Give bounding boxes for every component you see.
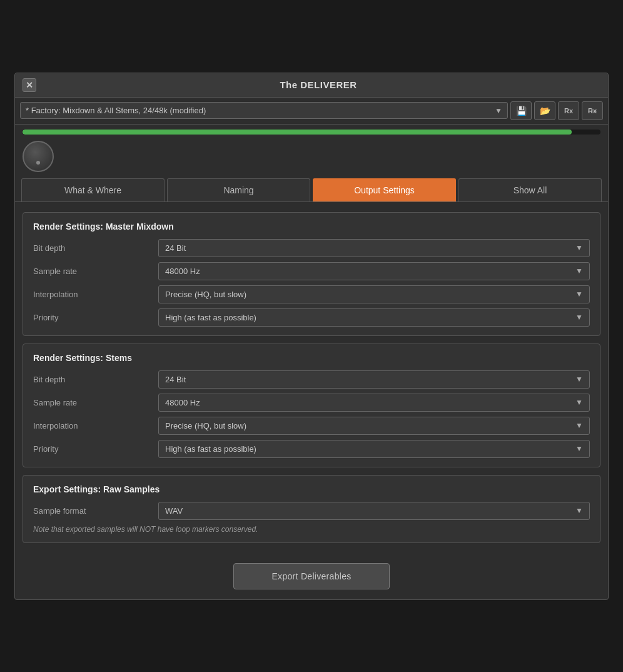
titlebar: ✕ The DELIVERER bbox=[15, 73, 608, 98]
footer: Export Deliverables bbox=[15, 553, 608, 599]
sample-format-label: Sample format bbox=[33, 506, 158, 516]
priority-select-stems[interactable]: High (as fast as possible) ▼ bbox=[158, 440, 590, 458]
raw-samples-note: Note that exported samples will NOT have… bbox=[33, 525, 590, 534]
master-mixdown-title: Render Settings: Master Mixdown bbox=[33, 221, 590, 232]
interpolation-label-stems: Interpolation bbox=[33, 421, 158, 430]
dropdown-arrow-icon: ▼ bbox=[575, 398, 583, 407]
bit-depth-row-master: Bit depth 24 Bit ▼ bbox=[33, 239, 590, 257]
master-knob[interactable] bbox=[23, 141, 54, 172]
remove-icon: Rx bbox=[588, 107, 597, 115]
bit-depth-select-stems[interactable]: 24 Bit ▼ bbox=[158, 370, 590, 389]
raw-samples-section: Export Settings: Raw Samples Sample form… bbox=[23, 475, 600, 543]
main-window: ✕ The DELIVERER * Factory: Mixdown & All… bbox=[14, 73, 609, 600]
interpolation-label-master: Interpolation bbox=[33, 290, 158, 299]
priority-label-stems: Priority bbox=[33, 444, 158, 454]
dropdown-arrow-icon: ▼ bbox=[575, 243, 583, 252]
remove-button[interactable]: Rx bbox=[582, 101, 603, 120]
progress-bar bbox=[23, 130, 600, 135]
tab-bar: What & Where Naming Output Settings Show… bbox=[15, 178, 608, 202]
preset-value: * Factory: Mixdown & All Stems, 24/48k (… bbox=[26, 106, 206, 115]
tab-naming[interactable]: Naming bbox=[167, 178, 310, 201]
dropdown-arrow-icon: ▼ bbox=[575, 290, 583, 298]
sample-format-select[interactable]: WAV ▼ bbox=[158, 502, 590, 520]
tab-what-where[interactable]: What & Where bbox=[21, 178, 165, 201]
sample-rate-row-master: Sample rate 48000 Hz ▼ bbox=[33, 262, 590, 280]
export-button[interactable]: Export Deliverables bbox=[233, 563, 389, 589]
raw-samples-title: Export Settings: Raw Samples bbox=[33, 484, 590, 494]
sample-rate-label-stems: Sample rate bbox=[33, 398, 158, 407]
interpolation-select-stems[interactable]: Precise (HQ, but slow) ▼ bbox=[158, 417, 590, 435]
bit-depth-select-master[interactable]: 24 Bit ▼ bbox=[158, 239, 590, 257]
save-icon: 💾 bbox=[516, 106, 527, 116]
sample-format-row: Sample format WAV ▼ bbox=[33, 502, 590, 520]
window-title: The DELIVERER bbox=[36, 79, 600, 90]
interpolation-row-master: Interpolation Precise (HQ, but slow) ▼ bbox=[33, 285, 590, 303]
dropdown-arrow-icon: ▼ bbox=[575, 313, 583, 322]
master-mixdown-section: Render Settings: Master Mixdown Bit dept… bbox=[23, 212, 600, 336]
preset-dropdown[interactable]: * Factory: Mixdown & All Stems, 24/48k (… bbox=[20, 102, 508, 119]
knob-indicator bbox=[36, 161, 40, 165]
toolbar: * Factory: Mixdown & All Stems, 24/48k (… bbox=[15, 98, 608, 125]
load-icon: 📂 bbox=[540, 106, 550, 116]
close-button[interactable]: ✕ bbox=[23, 78, 36, 92]
bit-depth-label-stems: Bit depth bbox=[33, 375, 158, 384]
dropdown-arrow-icon: ▼ bbox=[575, 506, 583, 515]
reset-icon: Rx bbox=[564, 107, 573, 115]
save-button[interactable]: 💾 bbox=[510, 101, 532, 120]
bit-depth-row-stems: Bit depth 24 Bit ▼ bbox=[33, 370, 590, 389]
sample-rate-row-stems: Sample rate 48000 Hz ▼ bbox=[33, 394, 590, 412]
interpolation-select-master[interactable]: Precise (HQ, but slow) ▼ bbox=[158, 285, 590, 303]
sample-rate-select-stems[interactable]: 48000 Hz ▼ bbox=[158, 394, 590, 412]
priority-label-master: Priority bbox=[33, 313, 158, 322]
dropdown-arrow-icon: ▼ bbox=[575, 267, 583, 275]
sample-rate-label-master: Sample rate bbox=[33, 267, 158, 276]
stems-title: Render Settings: Stems bbox=[33, 353, 590, 363]
dropdown-arrow-icon: ▼ bbox=[495, 106, 502, 115]
progress-area bbox=[15, 125, 608, 138]
reset-button[interactable]: Rx bbox=[558, 101, 579, 120]
stems-section: Render Settings: Stems Bit depth 24 Bit … bbox=[23, 344, 600, 467]
load-button[interactable]: 📂 bbox=[534, 101, 555, 120]
tab-output-settings[interactable]: Output Settings bbox=[313, 178, 456, 201]
dropdown-arrow-icon: ▼ bbox=[575, 421, 583, 430]
priority-row-stems: Priority High (as fast as possible) ▼ bbox=[33, 440, 590, 458]
progress-fill bbox=[23, 130, 572, 135]
interpolation-row-stems: Interpolation Precise (HQ, but slow) ▼ bbox=[33, 417, 590, 435]
bit-depth-label-master: Bit depth bbox=[33, 243, 158, 253]
dropdown-arrow-icon: ▼ bbox=[575, 444, 583, 453]
sample-rate-select-master[interactable]: 48000 Hz ▼ bbox=[158, 262, 590, 280]
content-area: Render Settings: Master Mixdown Bit dept… bbox=[15, 202, 608, 553]
priority-row-master: Priority High (as fast as possible) ▼ bbox=[33, 308, 590, 327]
dropdown-arrow-icon: ▼ bbox=[575, 375, 583, 384]
tab-show-all[interactable]: Show All bbox=[458, 178, 602, 201]
knob-area bbox=[15, 138, 608, 178]
priority-select-master[interactable]: High (as fast as possible) ▼ bbox=[158, 308, 590, 327]
